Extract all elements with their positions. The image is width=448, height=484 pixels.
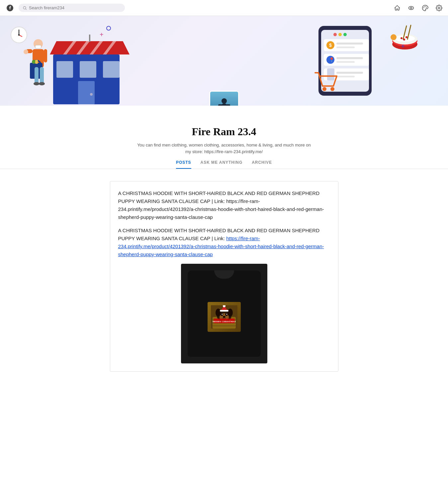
post-text-with-link: A CHRISTMAS HOODIE WITH SHORT-HAIRED BLA…: [118, 227, 330, 258]
svg-point-25: [39, 82, 45, 85]
svg-point-7: [426, 7, 427, 8]
hero-banner: + $ 📍: [0, 16, 448, 106]
svg-rect-54: [336, 72, 363, 74]
svg-rect-14: [35, 45, 41, 48]
svg-rect-33: [56, 61, 73, 78]
post-text-prefix: A CHRISTMAS HOODIE WITH SHORT-HAIRED BLA…: [118, 228, 319, 241]
svg-rect-34: [80, 61, 96, 78]
tab-ask-me-anything[interactable]: ASK ME ANYTHING: [201, 160, 243, 169]
svg-rect-52: [336, 61, 355, 63]
svg-line-1: [26, 9, 26, 9]
post-text-plain: A CHRISTMAS HOODIE WITH SHORT-HAIRED BLA…: [118, 189, 330, 221]
svg-point-89: [223, 316, 225, 318]
post-image-container: MERRY CHRISTMAS: [118, 264, 330, 363]
tab-posts[interactable]: POSTS: [176, 160, 191, 169]
svg-rect-91: [220, 310, 228, 312]
svg-point-41: [338, 33, 342, 36]
search-input[interactable]: [29, 5, 121, 10]
svg-point-3: [410, 7, 412, 9]
svg-point-62: [395, 35, 415, 42]
search-icon: [23, 6, 27, 10]
svg-point-83: [227, 309, 233, 317]
avatar-image: [210, 92, 238, 106]
plus-decoration-1: +: [100, 31, 104, 39]
svg-point-67: [403, 39, 405, 41]
patch-dog-image: MERRY CHRISTMAS: [211, 305, 237, 329]
svg-rect-47: [336, 47, 355, 48]
svg-point-58: [330, 87, 334, 91]
post-card: A CHRISTMAS HOODIE WITH SHORT-HAIRED BLA…: [110, 181, 338, 372]
home-icon[interactable]: [394, 4, 401, 12]
profile-avatar[interactable]: [209, 91, 239, 106]
settings-icon[interactable]: [435, 4, 443, 12]
eye-icon[interactable]: [407, 4, 415, 12]
svg-point-65: [401, 37, 403, 39]
svg-point-88: [226, 314, 227, 315]
orange-circle-decoration: [391, 34, 397, 40]
svg-point-87: [222, 314, 223, 315]
svg-point-6: [425, 6, 426, 7]
svg-point-57: [322, 87, 326, 91]
svg-point-40: [333, 33, 337, 36]
svg-text:📍: 📍: [329, 57, 335, 63]
svg-rect-35: [103, 61, 120, 78]
palette-icon[interactable]: [421, 4, 429, 12]
svg-rect-22: [35, 67, 39, 84]
svg-point-4: [423, 7, 424, 8]
svg-point-12: [18, 34, 20, 36]
svg-point-66: [405, 36, 407, 38]
search-bar[interactable]: [19, 4, 125, 12]
circle-decoration: [106, 26, 111, 31]
navbar-right-icons: [394, 4, 443, 12]
main-content: A CHRISTMAS HOODIE WITH SHORT-HAIRED BLA…: [105, 181, 344, 405]
svg-point-70: [222, 98, 227, 104]
svg-point-5: [424, 6, 425, 7]
svg-point-82: [216, 309, 221, 317]
svg-rect-23: [40, 67, 44, 84]
svg-text:$: $: [329, 43, 332, 48]
store-decoration: [46, 28, 133, 106]
svg-rect-73: [226, 104, 230, 106]
profile-avatar-container: [209, 91, 239, 106]
tab-archive[interactable]: ARCHIVE: [252, 160, 272, 169]
tumblr-logo[interactable]: [5, 3, 15, 13]
navbar: [0, 0, 448, 16]
hoodie-shape: MERRY CHRISTMAS: [188, 270, 261, 357]
svg-rect-36: [78, 81, 95, 104]
plus-decoration-2: +: [401, 43, 405, 50]
svg-point-42: [343, 33, 347, 36]
svg-point-24: [34, 82, 40, 85]
svg-point-37: [90, 93, 93, 96]
shopping-cart-decoration: [312, 68, 338, 96]
svg-point-18: [24, 49, 28, 54]
svg-text:MERRY CHRISTMAS: MERRY CHRISTMAS: [212, 320, 235, 323]
svg-rect-71: [222, 104, 226, 106]
profile-tabs: POSTS ASK ME ANYTHING ARCHIVE: [0, 160, 448, 169]
hoodie-collar: [214, 270, 234, 279]
svg-rect-21: [35, 60, 38, 64]
svg-point-8: [438, 7, 440, 9]
profile-name: Fire Ram 23.4: [0, 126, 448, 138]
person-decoration: [20, 35, 50, 102]
svg-rect-72: [218, 104, 223, 106]
svg-rect-46: [336, 43, 363, 45]
profile-bio: You can find men clothing, women clothin…: [134, 142, 314, 155]
post-hoodie-image: MERRY CHRISTMAS: [181, 264, 267, 363]
svg-rect-55: [336, 76, 355, 77]
svg-rect-51: [336, 57, 363, 59]
profile-section: Fire Ram 23.4 You can find men clothing,…: [0, 106, 448, 181]
svg-point-2: [409, 6, 414, 10]
svg-rect-32: [89, 35, 90, 42]
hoodie-patch: MERRY CHRISTMAS: [208, 302, 241, 332]
svg-marker-27: [50, 41, 130, 54]
